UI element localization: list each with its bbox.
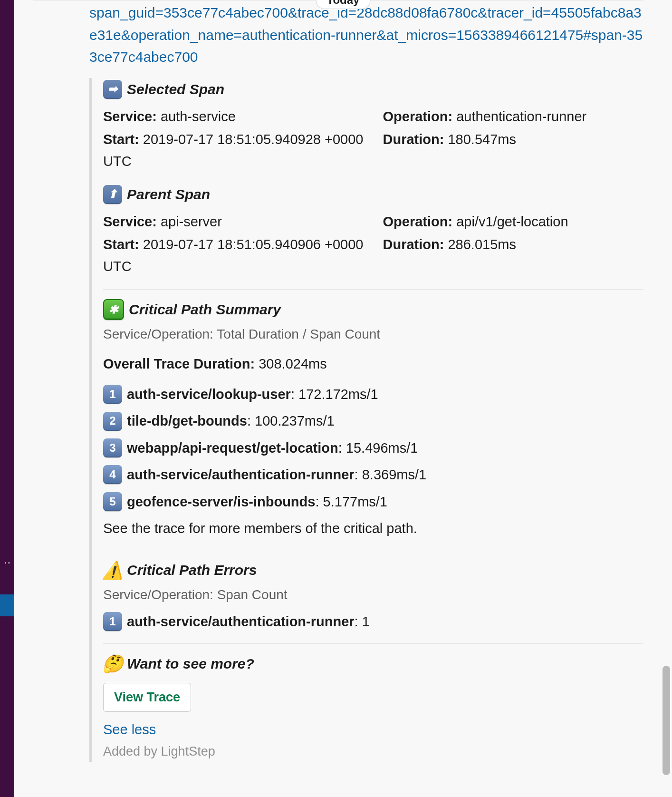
cps-value: 8.369ms/1 [362, 467, 426, 482]
cps-meta: Service/Operation: Total Duration / Span… [103, 324, 643, 345]
view-trace-button[interactable]: View Trace [103, 683, 191, 712]
parent-duration-value: 286.015ms [448, 237, 516, 252]
selected-span-title: Selected Span [127, 78, 224, 101]
cps-row: 5geofence-server/is-inbounds: 5.177ms/1 [103, 491, 643, 513]
keycap-4-icon: 4 [103, 465, 122, 484]
cps-value: 172.172ms/1 [298, 387, 378, 402]
workspace-rail: .. [0, 0, 14, 797]
overall-duration-value: 308.024ms [259, 356, 327, 371]
cps-value: 5.177ms/1 [323, 494, 387, 509]
see-more-header: 🤔 Want to see more? [103, 652, 643, 675]
thinking-face-icon: 🤔 [103, 654, 122, 673]
date-pill[interactable]: Today [316, 0, 371, 9]
parent-operation-label: Operation: [383, 214, 453, 229]
critical-path-summary-header: ✱ Critical Path Summary [103, 298, 643, 321]
cps-row: 3webapp/api-request/get-location: 15.496… [103, 437, 643, 459]
cpe-value: 1 [362, 614, 370, 629]
cps-name: tile-db/get-bounds [127, 413, 247, 428]
scrollbar-thumb[interactable] [662, 666, 670, 775]
cps-name: geofence-server/is-inbounds [127, 494, 315, 509]
warning-icon: ⚠️ [103, 561, 122, 580]
section-divider [103, 289, 643, 290]
keycap-1-icon: 1 [103, 612, 122, 631]
critical-path-errors-header: ⚠️ Critical Path Errors [103, 559, 643, 582]
section-divider [103, 643, 643, 644]
parent-start-value: 2019-07-17 18:51:05.940906 +0000 UTC [103, 237, 363, 274]
keycap-2-icon: 2 [103, 412, 122, 431]
cps-name: webapp/api-request/get-location [127, 440, 338, 456]
keycap-5-icon: 5 [103, 492, 122, 511]
selected-duration-value: 180.547ms [448, 132, 516, 147]
arrow-right-icon: ➡ [103, 80, 122, 99]
cps-row: 2tile-db/get-bounds: 100.237ms/1 [103, 410, 643, 432]
cps-more-note: See the trace for more members of the cr… [103, 517, 643, 539]
cps-name: auth-service/authentication-runner [127, 467, 355, 482]
selected-span-header: ➡ Selected Span [103, 78, 643, 101]
parent-span-header: ⬆ Parent Span [103, 183, 643, 206]
cpe-name: auth-service/authentication-runner [127, 614, 355, 629]
parent-start-label: Start: [103, 237, 139, 252]
parent-span-title: Parent Span [127, 183, 210, 206]
cps-value: 100.237ms/1 [255, 413, 335, 428]
added-by-label: Added by LightStep [103, 741, 643, 762]
critical-path-errors-title: Critical Path Errors [127, 559, 257, 582]
selected-start-label: Start: [103, 132, 139, 147]
keycap-3-icon: 3 [103, 438, 122, 457]
see-more-title: Want to see more? [127, 652, 254, 675]
selected-start-value: 2019-07-17 18:51:05.940928 +0000 UTC [103, 132, 363, 169]
selected-service-value: auth-service [161, 109, 236, 124]
trace-url-link[interactable]: span_guid=353ce77c4abec700&trace_id=28dc… [89, 2, 643, 68]
cpe-row: 1auth-service/authentication-runner: 1 [103, 611, 643, 632]
cps-row: 1auth-service/lookup-user: 172.172ms/1 [103, 383, 643, 405]
see-less-link[interactable]: See less [103, 719, 643, 740]
cps-name: auth-service/lookup-user [127, 387, 291, 402]
selected-duration-label: Duration: [383, 132, 444, 147]
parent-service-label: Service: [103, 214, 157, 229]
selected-service-label: Service: [103, 109, 157, 124]
rail-active-indicator [0, 594, 14, 616]
rail-more-icon: .. [4, 557, 10, 562]
cps-value: 15.496ms/1 [346, 440, 418, 456]
parent-operation-value: api/v1/get-location [456, 214, 568, 229]
asterisk-icon: ✱ [103, 299, 124, 320]
cpe-meta: Service/Operation: Span Count [103, 584, 643, 606]
trace-attachment: ➡ Selected Span Service: auth-service St… [89, 78, 643, 762]
critical-path-summary-title: Critical Path Summary [129, 298, 281, 321]
parent-duration-label: Duration: [383, 237, 444, 252]
keycap-1-icon: 1 [103, 385, 122, 404]
parent-service-value: api-server [161, 214, 222, 229]
section-divider [103, 550, 643, 550]
arrow-up-icon: ⬆ [103, 185, 122, 204]
cps-row: 4auth-service/authentication-runner: 8.3… [103, 464, 643, 486]
selected-operation-label: Operation: [383, 109, 453, 124]
overall-duration-label: Overall Trace Duration: [103, 356, 255, 371]
selected-operation-value: authentication-runner [456, 109, 586, 124]
